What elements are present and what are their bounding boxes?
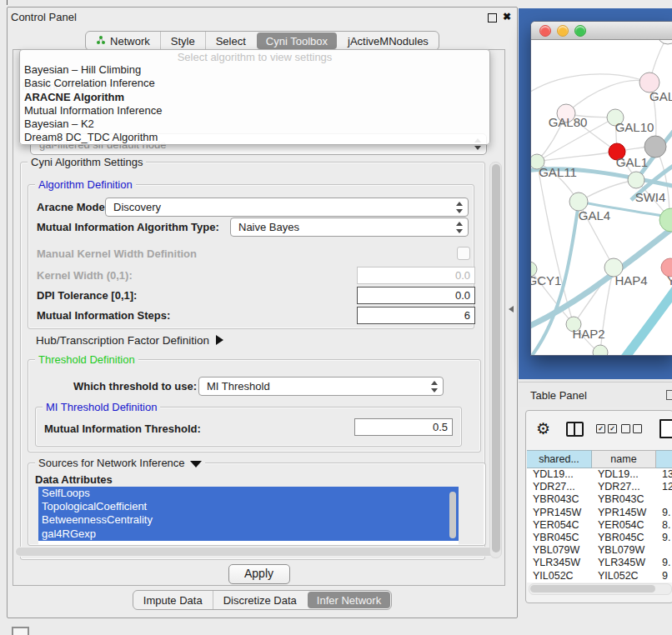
tab-style[interactable]: Style [160, 32, 205, 50]
bottom-tab-row: Impute DataDiscretize DataInfer Network [8, 590, 517, 610]
splitter-collapse-icon[interactable] [509, 306, 514, 312]
tab-infer-network[interactable]: Infer Network [308, 592, 390, 608]
mi-threshold-label: Mutual Information Threshold: [44, 422, 201, 435]
tab-jactivemnodules[interactable]: jActiveMNodules [338, 32, 439, 50]
mi-steps-field[interactable]: 6 [357, 307, 475, 324]
mi-threshold-field[interactable]: 0.5 [354, 418, 453, 436]
horizontal-scrollbar[interactable] [15, 547, 499, 557]
network-window-titlebar[interactable] [531, 22, 672, 40]
dpi-tolerance-field[interactable]: 0.0 [357, 287, 475, 304]
table-row[interactable]: YLR345WYLR345W9. [527, 557, 672, 569]
function-builder-icon[interactable] [659, 419, 672, 438]
table-cell: YIL052C [592, 570, 656, 582]
corner-button[interactable] [12, 627, 29, 635]
group-title: Cyni Algorithm Settings [28, 156, 146, 168]
tab-network[interactable]: Network [86, 32, 160, 50]
float-window-icon[interactable] [666, 390, 672, 400]
aracne-mode-combo[interactable]: Discovery [105, 198, 469, 217]
mi-type-combo[interactable]: Naive Bayes [230, 218, 469, 237]
table-row[interactable]: YER054CYER054C8. [527, 519, 672, 532]
data-attributes-list[interactable]: SelfLoopsTopologicalCoefficientBetweenne… [38, 487, 459, 545]
which-threshold-label: Which threshold to use: [73, 380, 197, 392]
vertical-scrollbar[interactable] [489, 162, 502, 558]
cyni-toolbox-panel: Inference Algorithm gal-filtered sif def… [13, 49, 505, 586]
column-header-extra[interactable] [656, 450, 672, 468]
table-row[interactable]: YDL19...YDL19...13... [527, 468, 672, 481]
dpi-tolerance-label: DPI Tolerance [0,1]: [37, 289, 137, 302]
tab-label: Cyni Toolbox [266, 35, 328, 48]
table-horizontal-scrollbar[interactable] [529, 583, 672, 595]
algorithm-popup-list: Bayesian – Hill ClimbingBasic Correlatio… [20, 63, 489, 145]
combo-stepper-icon [431, 381, 439, 392]
close-traffic-light-icon[interactable] [539, 25, 551, 37]
kernel-width-field[interactable]: 0.0 [357, 267, 475, 284]
columns-icon[interactable] [566, 422, 584, 437]
table-row[interactable]: YBR043CYBR043C [527, 493, 672, 506]
float-window-icon[interactable] [488, 13, 497, 22]
node-label: GAL11 [539, 165, 577, 179]
network-node[interactable] [628, 172, 644, 188]
table-cell: YPR145W [592, 507, 656, 519]
column-header-shared...[interactable]: shared... [527, 450, 592, 468]
hub-definition-expander[interactable]: Hub/Transcription Factor Definition [36, 334, 223, 347]
close-icon[interactable]: ✖ [503, 11, 511, 22]
node-label: GAL10 [615, 120, 654, 134]
tab-select[interactable]: Select [205, 32, 256, 50]
tab-discretize-data[interactable]: Discretize Data [213, 591, 307, 609]
table-cell: YLR345W [592, 557, 656, 569]
attribute-item[interactable]: TopologicalCoefficient [38, 500, 459, 513]
network-node[interactable] [657, 40, 672, 44]
table-cell: YER054C [592, 519, 656, 532]
show-checked-columns-icon[interactable]: ✓✓ [596, 424, 617, 433]
combo-stepper-icon [456, 222, 464, 233]
collapsed-arrow-icon [216, 335, 223, 345]
network-node[interactable] [659, 208, 672, 232]
data-attributes-label: Data Attributes [35, 473, 113, 486]
table-row[interactable]: YPR145WYPR145W9. [527, 507, 672, 519]
table-cell: YBR045C [527, 532, 592, 544]
tab-label: Style [171, 35, 195, 48]
attribute-item[interactable]: gal4RGexp [38, 528, 459, 541]
panel-title: Control Panel [11, 11, 77, 23]
attribute-item[interactable]: BetweennessCentrality [38, 513, 459, 527]
attribute-item[interactable]: SelfLoops [38, 487, 459, 500]
gear-icon[interactable]: ⚙ [536, 419, 550, 438]
which-threshold-value: MI Threshold [207, 380, 270, 392]
table-cell: 8. [656, 519, 672, 532]
algorithm-option[interactable]: Bayesian – Hill Climbing [20, 63, 489, 77]
manual-kernel-checkbox[interactable] [457, 247, 470, 260]
mi-steps-label: Mutual Information Steps: [37, 309, 170, 322]
bottom-tab-bar: Impute DataDiscretize DataInfer Network [133, 590, 392, 610]
algorithm-option[interactable]: Mutual Information Inference [20, 104, 489, 118]
table-row[interactable]: YDR27...YDR27...12... [527, 481, 672, 493]
table-cell: 9. [656, 507, 672, 519]
algorithm-option[interactable]: Basic Correlation Inference [20, 77, 489, 90]
column-header-name[interactable]: name [592, 450, 656, 468]
network-edge [537, 162, 574, 324]
apply-button[interactable]: Apply [228, 564, 290, 584]
zoom-traffic-light-icon[interactable] [574, 25, 586, 37]
sources-expander[interactable]: Sources for Network Inference [35, 457, 205, 469]
tab-label: Infer Network [317, 594, 381, 607]
minimize-traffic-light-icon[interactable] [557, 25, 569, 37]
combo-stepper-icon [456, 202, 464, 213]
network-view-window[interactable]: GALGAL80GAL10GAL1GAL11SWI4GAL4GCY1HAP4YH… [530, 21, 672, 356]
table-cell: YDR27... [592, 481, 656, 493]
table-row[interactable]: YBR045CYBR045C9. [527, 532, 672, 544]
table-row[interactable]: YIL052CYIL052C9 [527, 570, 672, 582]
tab-impute-data[interactable]: Impute Data [133, 591, 213, 609]
network-canvas[interactable]: GALGAL80GAL10GAL1GAL11SWI4GAL4GCY1HAP4YH… [531, 40, 672, 355]
algorithm-option[interactable]: Bayesian – K2 [20, 118, 489, 131]
table-row[interactable]: YBL079WYBL079W [527, 544, 672, 557]
node-label: Y [667, 273, 672, 288]
node-label: HAP4 [614, 273, 647, 288]
algorithm-option[interactable]: Dream8 DC_TDC Algorithm [20, 131, 489, 144]
tab-cyni-toolbox[interactable]: Cyni Toolbox [257, 32, 337, 49]
algorithm-option[interactable]: ARACNE Algorithm [20, 91, 489, 104]
node-label: GAL80 [549, 115, 588, 129]
list-scrollbar-thumb[interactable] [449, 492, 456, 538]
hide-columns-icon[interactable] [621, 424, 642, 433]
which-threshold-combo[interactable]: MI Threshold [198, 377, 444, 396]
network-node[interactable] [593, 345, 608, 355]
table-cell: YBR045C [592, 532, 656, 544]
